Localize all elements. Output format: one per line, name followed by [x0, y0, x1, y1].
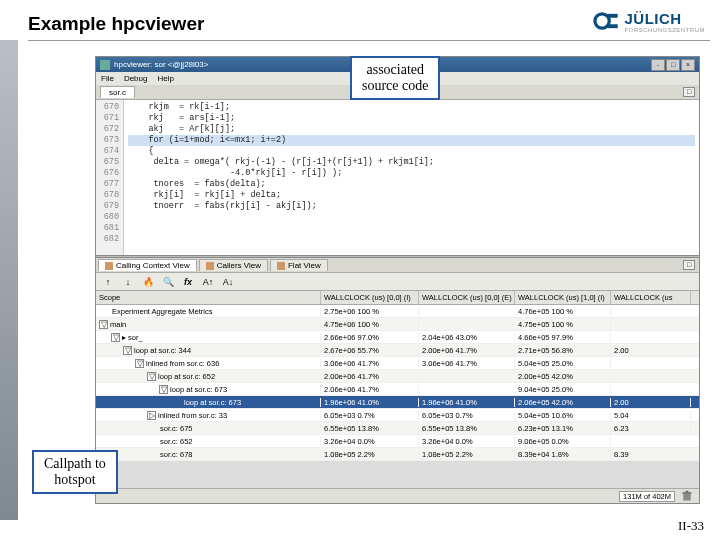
metric-cell: 2.00e+06 41.7%	[321, 372, 419, 381]
metric-cell: 2.00	[611, 346, 691, 355]
table-row[interactable]: sor.c: 6781.08e+05 2.2%1.08e+05 2.2%8.39…	[96, 448, 699, 461]
pane-maximize-button[interactable]: □	[683, 87, 695, 97]
scope-cell: sor.c: 652	[96, 437, 321, 446]
page-number: II-33	[678, 518, 704, 534]
metric-cell: 1.08e+05 2.2%	[321, 450, 419, 459]
svg-rect-1	[607, 14, 617, 18]
table-row[interactable]: ▽ loop at sor.c: 6522.00e+06 41.7%2.00e+…	[96, 370, 699, 383]
source-file-tab[interactable]: sor.c	[100, 86, 135, 98]
font-decrease-button[interactable]: A↓	[220, 275, 236, 289]
metric-cell: 2.67e+06 55.7%	[321, 346, 419, 355]
scope-cell: ▽ ▸ sor_	[96, 333, 321, 342]
slide-accent	[0, 40, 18, 520]
trash-icon[interactable]	[681, 490, 693, 502]
source-code-pane[interactable]: 670671672673674675676677678679680681682 …	[96, 100, 699, 255]
col-wallclock-excl-0[interactable]: WALLCLOCK (us) [0,0] (E)	[419, 291, 515, 304]
zoom-button[interactable]: 🔍	[160, 275, 176, 289]
fx-button[interactable]: fx	[180, 275, 196, 289]
font-increase-button[interactable]: A↑	[200, 275, 216, 289]
scope-cell: loop at sor.c: 673	[96, 398, 321, 407]
maximize-button[interactable]: □	[666, 59, 680, 71]
nav-down-button[interactable]: ↓	[120, 275, 136, 289]
metric-cell: 6.55e+05 13.8%	[321, 424, 419, 433]
metric-cell: 3.26e+04 0.0%	[321, 437, 419, 446]
metric-cell: 2.04e+06 43.0%	[419, 333, 515, 342]
close-button[interactable]: ×	[681, 59, 695, 71]
table-row[interactable]: sor.c: 6523.26e+04 0.0%3.26e+04 0.0%9.06…	[96, 435, 699, 448]
views-tabbar: Calling Context View Callers View Flat V…	[96, 258, 699, 273]
col-scope[interactable]: Scope	[96, 291, 321, 304]
callout-callpath: Callpath to hotspot	[32, 450, 118, 494]
logo-subtitle: FORSCHUNGSZENTRUM	[625, 27, 706, 33]
svg-rect-2	[607, 24, 617, 28]
header-rule	[28, 40, 710, 41]
metric-cell: 4.76e+05 100 %	[515, 307, 611, 316]
menu-help[interactable]: Help	[157, 74, 173, 83]
window-title: hpcviewer: sor <@jj28l03>	[114, 60, 208, 69]
scope-cell: sor.c: 675	[96, 424, 321, 433]
col-wallclock-incl-0[interactable]: WALLCLOCK (us) [0,0] (I)	[321, 291, 419, 304]
tree-icon	[105, 262, 113, 270]
minimize-button[interactable]: -	[651, 59, 665, 71]
svg-rect-5	[686, 491, 689, 493]
logo-text: JÜLICH	[625, 10, 706, 27]
hpcviewer-window: hpcviewer: sor <@jj28l03> - □ × File Deb…	[95, 56, 700, 504]
slide-title: Example hpcviewer	[28, 13, 204, 35]
status-bar: 131M of 402M	[96, 488, 699, 503]
table-row[interactable]: ▽ loop at sor.c: 3442.67e+06 55.7%2.00e+…	[96, 344, 699, 357]
metric-cell: 1.08e+05 2.2%	[419, 450, 515, 459]
flame-button[interactable]: 🔥	[140, 275, 156, 289]
metric-cell: 8.39e+04 1.8%	[515, 450, 611, 459]
julich-logo-icon	[593, 8, 619, 34]
scope-cell: ▽ main	[96, 320, 321, 329]
metric-cell: 3.26e+04 0.0%	[419, 437, 515, 446]
pane-maximize-button[interactable]: □	[683, 260, 695, 270]
scope-cell: ▽ loop at sor.c: 673	[96, 385, 321, 394]
metric-cell: 6.23e+05 13.1%	[515, 424, 611, 433]
metric-cell: 2.06e+06 41.7%	[321, 385, 419, 394]
scope-cell: sor.c: 678	[96, 450, 321, 459]
table-row[interactable]: loop at sor.c: 6731.96e+06 41.0%1.96e+06…	[96, 396, 699, 409]
tab-flat[interactable]: Flat View	[270, 259, 328, 271]
metric-cell: 1.96e+06 41.0%	[419, 398, 515, 407]
code-text: rkjm = rk[i-1]; rkj = ars[i-1]; akj = Ar…	[124, 100, 699, 255]
table-row[interactable]: ▽ main4.75e+06 100 %4.75e+05 100 %	[96, 318, 699, 331]
metric-cell: 2.71e+05 56.8%	[515, 346, 611, 355]
metric-cell: 6.05e+03 0.7%	[321, 411, 419, 420]
table-row[interactable]: ▷ inlined from sor.c: 336.05e+03 0.7%6.0…	[96, 409, 699, 422]
scope-cell: ▽ loop at sor.c: 652	[96, 372, 321, 381]
nav-up-button[interactable]: ↑	[100, 275, 116, 289]
scope-cell: ▽ inlined from sor.c: 636	[96, 359, 321, 368]
metric-cell: 2.66e+06 97.0%	[321, 333, 419, 342]
metrics-table: Scope WALLCLOCK (us) [0,0] (I) WALLCLOCK…	[96, 291, 699, 461]
table-row[interactable]: sor.c: 6756.55e+05 13.8%6.55e+05 13.8%6.…	[96, 422, 699, 435]
metric-cell: 4.66e+05 97.9%	[515, 333, 611, 342]
menu-file[interactable]: File	[101, 74, 114, 83]
col-wallclock-extra[interactable]: WALLCLOCK (us	[611, 291, 691, 304]
metric-cell: 5.04e+05 25.0%	[515, 359, 611, 368]
line-gutter: 670671672673674675676677678679680681682	[96, 100, 124, 255]
metric-cell: 2.00e+05 42.0%	[515, 372, 611, 381]
metric-cell: 1.96e+06 41.0%	[321, 398, 419, 407]
table-row[interactable]: ▽ ▸ sor_2.66e+06 97.0%2.04e+06 43.0%4.66…	[96, 331, 699, 344]
table-row[interactable]: Experiment Aggregate Metrics2.75e+06 100…	[96, 305, 699, 318]
metric-cell: 2.75e+06 100 %	[321, 307, 419, 316]
table-row[interactable]: ▽ loop at sor.c: 6732.06e+06 41.7%9.04e+…	[96, 383, 699, 396]
scope-cell: ▷ inlined from sor.c: 33	[96, 411, 321, 420]
metric-cell: 2.00e+06 41.7%	[419, 346, 515, 355]
svg-point-0	[594, 14, 608, 28]
tab-callers[interactable]: Callers View	[199, 259, 268, 271]
table-body: Experiment Aggregate Metrics2.75e+06 100…	[96, 305, 699, 461]
metric-cell: 3.06e+06 41.7%	[321, 359, 419, 368]
metric-cell: 6.05e+03 0.7%	[419, 411, 515, 420]
metric-cell: 4.75e+06 100 %	[321, 320, 419, 329]
svg-rect-3	[683, 494, 691, 501]
metric-cell: 8.39	[611, 450, 691, 459]
callout-source-code: associated source code	[350, 56, 440, 100]
col-wallclock-incl-1[interactable]: WALLCLOCK (us) [1,0] (I)	[515, 291, 611, 304]
tab-calling-context[interactable]: Calling Context View	[98, 259, 197, 271]
metric-cell: 6.23	[611, 424, 691, 433]
table-row[interactable]: ▽ inlined from sor.c: 6363.06e+06 41.7%3…	[96, 357, 699, 370]
menu-debug[interactable]: Debug	[124, 74, 148, 83]
memory-status: 131M of 402M	[619, 491, 675, 502]
